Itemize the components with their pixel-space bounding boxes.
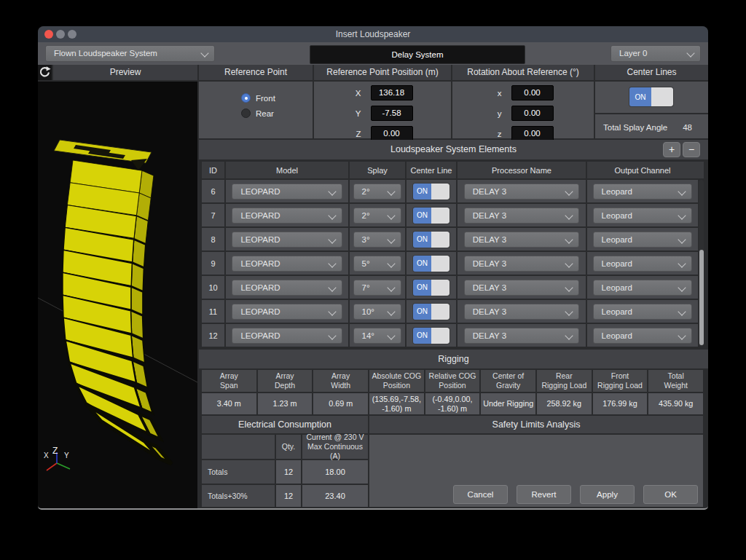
cancel-button[interactable]: Cancel xyxy=(453,485,508,504)
center-line-toggle[interactable]: ON xyxy=(413,184,449,200)
model-dropdown[interactable]: LEOPARD xyxy=(232,328,342,344)
element-id: 6 xyxy=(202,180,226,202)
splay-dropdown[interactable]: 3° xyxy=(353,232,402,248)
rigging-value-cell: 3.40 m xyxy=(202,393,256,414)
model-dropdown[interactable]: LEOPARD xyxy=(232,232,342,248)
table-scrollbar[interactable] xyxy=(699,180,704,347)
current-header: Current @ 230 V Max Continuous (A) xyxy=(302,435,368,459)
splay-dropdown[interactable]: 5° xyxy=(353,256,402,272)
scrollbar-thumb[interactable] xyxy=(699,250,704,345)
table-row: 10LEOPARD7°ONDELAY 3Leopard xyxy=(202,276,698,299)
y-position-input[interactable]: -7.58 xyxy=(371,106,413,121)
splay-value: 7° xyxy=(362,283,370,292)
processor-dropdown[interactable]: DELAY 3 xyxy=(464,256,579,272)
processor-dropdown[interactable]: DELAY 3 xyxy=(464,304,579,320)
rotation-header: Rotation About Reference (°) xyxy=(452,65,594,80)
model-dropdown[interactable]: LEOPARD xyxy=(232,208,342,224)
z-position-input[interactable]: 0.00 xyxy=(371,126,413,141)
rigging-value-cell: 176.99 kg xyxy=(593,393,648,414)
splay-dropdown[interactable]: 10° xyxy=(353,304,402,320)
electrical-corner-cell xyxy=(202,435,275,459)
total-splay-angle-value: 48 xyxy=(683,123,692,132)
electrical-section-header: Electrical Consumption xyxy=(202,416,368,433)
toggle-on-label: ON xyxy=(413,256,431,272)
revert-button[interactable]: Revert xyxy=(517,485,571,504)
center-line-toggle[interactable]: ON xyxy=(413,232,449,248)
center-line-toggle[interactable]: ON xyxy=(413,328,449,344)
splay-dropdown[interactable]: 2° xyxy=(353,208,402,224)
col-processor: Processor Name xyxy=(458,162,587,178)
center-line-toggle[interactable]: ON xyxy=(413,304,449,320)
rear-radio-option[interactable]: Rear xyxy=(241,109,274,118)
electrical-table: Qty. Current @ 230 V Max Continuous (A) … xyxy=(202,435,368,507)
insert-loudspeaker-window: Insert Loudspeaker Flown Loudspeaker Sys… xyxy=(38,26,708,510)
processor-dropdown[interactable]: DELAY 3 xyxy=(464,328,579,344)
apply-button[interactable]: Apply xyxy=(580,485,635,504)
y-rotation-input[interactable]: 0.00 xyxy=(511,106,554,121)
chevron-down-icon xyxy=(678,331,686,339)
center-line-toggle[interactable]: ON xyxy=(413,280,449,296)
axis-y-label: Y xyxy=(64,451,69,460)
x-rotation-input[interactable]: 0.00 xyxy=(511,85,554,100)
center-lines-toggle[interactable]: ON xyxy=(629,87,673,106)
system-name-input[interactable] xyxy=(310,45,525,64)
splay-dropdown[interactable]: 7° xyxy=(353,280,402,296)
front-radio-option[interactable]: Front xyxy=(241,93,275,103)
remove-element-button[interactable]: − xyxy=(683,142,700,157)
toggle-on-label: ON xyxy=(413,208,431,224)
output-channel-dropdown[interactable]: Leopard xyxy=(593,280,693,296)
refresh-preview-button[interactable] xyxy=(38,65,52,80)
processor-dropdown[interactable]: DELAY 3 xyxy=(464,280,579,296)
rear-radio[interactable] xyxy=(241,109,251,118)
system-type-dropdown[interactable]: Flown Loudspeaker System xyxy=(45,45,215,62)
layer-dropdown[interactable]: Layer 0 xyxy=(610,45,701,62)
model-dropdown[interactable]: LEOPARD xyxy=(232,184,342,200)
rigging-column-header: Center ofGravity xyxy=(481,370,535,392)
output-value: Leopard xyxy=(602,259,632,268)
loudspeaker-array-render: X Z Y xyxy=(38,82,197,508)
output-channel-dropdown[interactable]: Leopard xyxy=(593,328,693,344)
model-dropdown[interactable]: LEOPARD xyxy=(232,280,342,296)
elements-section-header: Loudspeaker System Elements + − xyxy=(199,140,708,159)
output-channel-dropdown[interactable]: Leopard xyxy=(593,184,693,200)
processor-dropdown[interactable]: DELAY 3 xyxy=(464,184,579,200)
array-cabinets xyxy=(63,160,172,464)
model-value: LEOPARD xyxy=(240,211,280,220)
system-type-value: Flown Loudspeaker System xyxy=(54,49,157,58)
output-channel-dropdown[interactable]: Leopard xyxy=(593,232,693,248)
x-position-input[interactable]: 136.18 xyxy=(371,85,413,100)
ok-button[interactable]: OK xyxy=(643,485,698,504)
elements-table: 6LEOPARD2°ONDELAY 3Leopard7LEOPARD2°ONDE… xyxy=(202,180,698,347)
toggle-off-half xyxy=(431,304,449,320)
output-channel-dropdown[interactable]: Leopard xyxy=(593,304,693,320)
preview-viewport[interactable]: X Z Y xyxy=(38,82,197,508)
chevron-down-icon xyxy=(565,259,573,267)
output-value: Leopard xyxy=(602,187,632,196)
add-element-button[interactable]: + xyxy=(663,142,680,157)
output-channel-dropdown[interactable]: Leopard xyxy=(593,208,693,224)
current-header-line2: Max Continuous (A) xyxy=(302,442,368,461)
splay-dropdown[interactable]: 2° xyxy=(353,184,402,200)
model-dropdown[interactable]: LEOPARD xyxy=(232,304,342,320)
center-line-toggle[interactable]: ON xyxy=(413,208,449,224)
model-value: LEOPARD xyxy=(240,259,280,268)
rigging-value-cell: (135.69,-7.58,-1.60) m xyxy=(369,393,424,414)
processor-dropdown[interactable]: DELAY 3 xyxy=(464,232,579,248)
center-line-toggle[interactable]: ON xyxy=(413,256,449,272)
model-dropdown[interactable]: LEOPARD xyxy=(232,256,342,272)
toggle-off-half xyxy=(431,184,449,200)
rigging-section-header: Rigging xyxy=(199,350,708,368)
output-channel-dropdown[interactable]: Leopard xyxy=(593,256,693,272)
processor-dropdown[interactable]: DELAY 3 xyxy=(464,208,579,224)
col-splay: Splay xyxy=(350,162,407,178)
z-rotation-input[interactable]: 0.00 xyxy=(511,126,554,141)
reference-body: Front Rear X 136.18 Y -7.58 xyxy=(199,82,708,138)
qty-header: Qty. xyxy=(276,435,301,459)
front-radio[interactable] xyxy=(241,93,251,103)
chevron-down-icon xyxy=(678,283,686,291)
chevron-down-icon xyxy=(328,235,336,243)
chevron-down-icon xyxy=(678,187,686,195)
splay-dropdown[interactable]: 14° xyxy=(353,328,402,344)
totals30-label: Totals+30% xyxy=(202,485,275,507)
toggle-off-half xyxy=(431,208,449,224)
